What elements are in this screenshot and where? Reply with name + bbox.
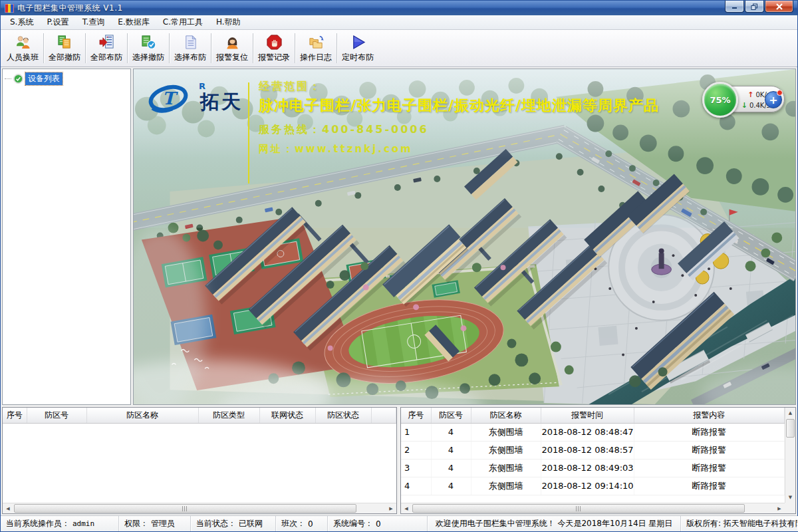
table-cell: 断路报警 (634, 441, 785, 459)
registered-mark: R (199, 81, 205, 91)
shift-value: 0 (308, 519, 313, 529)
col-header-zone-no[interactable]: 防区号 (431, 408, 471, 423)
device-tree-panel[interactable]: 设备列表 (2, 68, 131, 405)
col-header-zone-state[interactable]: 防区状态 (315, 408, 371, 423)
col-header-zone-name[interactable]: 防区名称 (471, 408, 541, 423)
business-scope-label: 经营范围： (259, 80, 659, 94)
timed-arm-button[interactable]: 定时布防 (338, 30, 378, 66)
shift-change-button[interactable]: 人员换班 (3, 30, 43, 66)
scrollbar-grip (576, 506, 582, 511)
scroll-right-arrow[interactable]: ▶ (386, 503, 396, 513)
zone-status-table[interactable]: 序号 防区号 防区名称 防区类型 联网状态 防区状态 ◀ ▶ (2, 407, 397, 514)
toolbar: 人员换班 全部撤防 全部布防 (1, 30, 797, 67)
scrollbar-grip (182, 506, 188, 511)
horizontal-scrollbar[interactable]: ◀ ▶ (3, 503, 396, 513)
toolbar-label: 操作日志 (300, 52, 332, 63)
close-icon (775, 3, 783, 10)
toolbar-separator (253, 33, 253, 63)
scrollbar-thumb[interactable] (14, 504, 356, 513)
alarm-records-button[interactable]: 报警记录 (254, 30, 294, 66)
col-header-zone-no[interactable]: 防区号 (27, 408, 86, 423)
table-row[interactable]: 24东侧围墙2018-08-12 08:48:57断路报警 (401, 441, 785, 459)
scrollbar-corner (785, 503, 795, 513)
net-speed-widget[interactable]: 75% ↑ 0K/s ↓ 0.4K/s + (706, 86, 785, 112)
app-logo-icon (5, 4, 14, 13)
menu-settings[interactable]: P.设置 (40, 15, 75, 30)
scrollbar-thumb[interactable] (786, 419, 795, 438)
menu-system[interactable]: S.系统 (3, 15, 40, 30)
maximize-button[interactable] (745, 1, 764, 13)
col-header-zone-type[interactable]: 防区类型 (198, 408, 259, 423)
table-cell: 2018-08-12 09:14:10 (541, 477, 634, 495)
upload-arrow-icon: ↑ (747, 90, 753, 99)
table-cell: 4 (431, 423, 471, 441)
col-header-index[interactable]: 序号 (3, 408, 27, 423)
permission-value: 管理员 (151, 518, 175, 529)
toolbar-label: 定时布防 (342, 52, 374, 63)
scroll-left-arrow[interactable]: ◀ (401, 503, 412, 513)
alarm-record-icon (266, 34, 283, 51)
bottom-tables: 序号 防区号 防区名称 防区类型 联网状态 防区状态 ◀ ▶ (1, 406, 797, 515)
download-arrow-icon: ↓ (741, 101, 747, 110)
scrollbar-thumb[interactable] (412, 504, 745, 513)
scroll-up-arrow[interactable]: ▲ (785, 408, 795, 418)
status-system-no: 系统编号： 0 (328, 516, 428, 531)
status-copyright: 版权所有: 拓天智能电子科技有限 (681, 516, 797, 531)
alarm-reset-button[interactable]: 报警复位 (212, 30, 252, 66)
toolbar-separator (43, 33, 44, 63)
menu-database[interactable]: E.数据库 (111, 15, 156, 30)
arm-all-button[interactable]: 全部布防 (86, 30, 126, 66)
toolbar-separator (85, 33, 86, 63)
timed-arm-icon (350, 34, 366, 51)
menubar: S.系统 P.设置 T.查询 E.数据库 C.常用工具 H.帮助 (1, 15, 797, 30)
menu-query[interactable]: T.查询 (76, 15, 112, 30)
vertical-scrollbar[interactable]: ▲ ▼ (785, 408, 795, 503)
banner-text: 经营范围： 脉冲电子围栏/张力电子围栏/振动光纤/埋地泄漏等周界产品 服务热线：… (259, 80, 659, 156)
table-cell: 东侧围墙 (471, 423, 541, 441)
people-shift-icon (15, 34, 31, 51)
memory-percent-ball[interactable]: 75% (702, 82, 738, 118)
scroll-down-arrow[interactable]: ▼ (785, 492, 795, 503)
col-header-zone-name[interactable]: 防区名称 (86, 408, 198, 423)
table-row[interactable]: 14东侧围墙2018-08-12 08:48:47断路报警 (401, 423, 785, 441)
scroll-right-arrow[interactable]: ▶ (774, 503, 785, 513)
scroll-left-arrow[interactable]: ◀ (3, 503, 13, 513)
menu-help[interactable]: H.帮助 (209, 15, 247, 30)
horizontal-scrollbar[interactable]: ◀ ▶ (401, 503, 785, 513)
table-cell: 2018-08-12 08:48:47 (541, 423, 634, 441)
titlebar[interactable]: 电子围栏集中管理系统 V1.1 (1, 1, 797, 15)
welcome-text: 欢迎使用电子围栏集中管理系统！ 今天是2018年10月14日 星期日 (436, 518, 673, 529)
minimize-button[interactable] (725, 1, 744, 13)
col-header-alarm-content[interactable]: 报警内容 (634, 408, 785, 423)
table-cell: 2018-08-12 08:48:57 (541, 441, 634, 459)
disarm-all-button[interactable]: 全部撤防 (45, 30, 84, 66)
operation-log-button[interactable]: 操作日志 (296, 30, 336, 66)
disarm-all-icon (57, 34, 73, 51)
table-row[interactable]: 44东侧围墙2018-08-12 09:14:10断路报警 (401, 477, 785, 495)
service-hotline: 服务热线：400-845-0006 (259, 123, 659, 137)
table-cell: 2 (401, 441, 431, 459)
table-cell: 东侧围墙 (471, 477, 541, 495)
table-cell: 断路报警 (634, 477, 785, 495)
table-cell: 1 (401, 423, 431, 441)
operator-label: 当前系统操作员： (6, 518, 70, 529)
tree-item-device-list[interactable]: 设备列表 (5, 72, 130, 85)
table-row[interactable]: 34东侧围墙2018-08-12 08:49:03断路报警 (401, 459, 785, 477)
select-disarm-icon (140, 34, 157, 51)
widget-plus-button[interactable]: + (765, 91, 782, 108)
website-url: 网址：www.ttznkj.com (259, 143, 659, 156)
alarm-log-table[interactable]: 序号 防区号 防区名称 报警时间 报警内容 14东侧围墙2018-08-12 0… (400, 407, 796, 514)
col-header-net-state[interactable]: 联网状态 (259, 408, 315, 423)
alarm-table-body: 14东侧围墙2018-08-12 08:48:47断路报警24东侧围墙2018-… (401, 423, 785, 495)
close-button[interactable] (765, 1, 793, 13)
menu-tools[interactable]: C.常用工具 (156, 15, 209, 30)
shift-label: 班次： (281, 518, 305, 529)
toolbar-label: 人员换班 (7, 52, 39, 63)
table-cell: 断路报警 (634, 459, 785, 477)
select-disarm-button[interactable]: 选择撤防 (128, 30, 168, 66)
col-header-filler (371, 408, 396, 423)
col-header-index[interactable]: 序号 (401, 408, 431, 423)
status-welcome: 欢迎使用电子围栏集中管理系统！ 今天是2018年10月14日 星期日 (428, 516, 681, 531)
col-header-alarm-time[interactable]: 报警时间 (541, 408, 634, 423)
select-arm-button[interactable]: 选择布防 (170, 30, 210, 66)
